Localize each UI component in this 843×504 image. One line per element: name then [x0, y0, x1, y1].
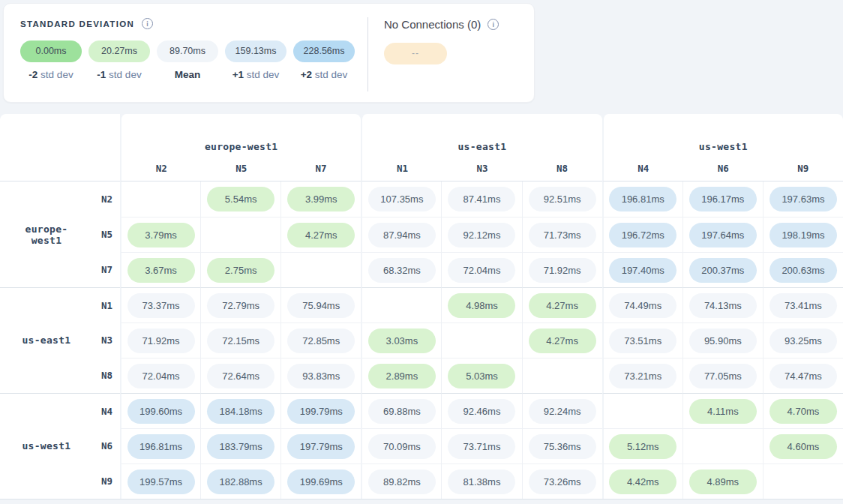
latency-pill[interactable]: 72.15ms	[207, 328, 274, 353]
latency-cell: 74.49ms	[602, 287, 682, 322]
latency-pill[interactable]: 73.41ms	[770, 293, 837, 318]
latency-pill[interactable]: 93.25ms	[770, 328, 837, 353]
latency-pill[interactable]: 4.70ms	[770, 399, 837, 424]
latency-pill[interactable]: 2.89ms	[368, 364, 436, 388]
row-header: N9	[0, 464, 120, 499]
latency-pill[interactable]: 2.75ms	[207, 258, 274, 283]
latency-pill[interactable]: 199.79ms	[287, 399, 355, 424]
latency-pill[interactable]: 4.27ms	[529, 328, 596, 353]
latency-pill[interactable]: 4.89ms	[689, 470, 757, 494]
latency-pill[interactable]: 71.92ms	[128, 328, 195, 353]
latency-cell: 89.82ms	[361, 464, 441, 499]
latency-pill[interactable]: 197.79ms	[287, 434, 355, 459]
latency-pill[interactable]: 87.94ms	[368, 223, 436, 248]
latency-pill[interactable]: 4.27ms	[529, 293, 596, 318]
latency-pill[interactable]: 73.71ms	[448, 434, 515, 459]
latency-cell: 199.60ms	[120, 393, 200, 428]
row-region-label: us-east1	[10, 334, 82, 346]
row-header: N8	[0, 358, 120, 393]
latency-pill[interactable]: 5.54ms	[207, 187, 274, 212]
latency-cell: 3.67ms	[120, 252, 200, 287]
latency-pill[interactable]: 92.51ms	[529, 187, 596, 212]
latency-pill[interactable]: 4.60ms	[770, 434, 837, 459]
latency-cell: 72.04ms	[120, 358, 200, 393]
latency-pill[interactable]: 87.41ms	[448, 187, 515, 212]
latency-cell: 4.42ms	[602, 464, 682, 499]
latency-pill[interactable]: 4.98ms	[448, 293, 515, 318]
latency-pill[interactable]: 4.42ms	[609, 470, 676, 494]
row-header: N1	[0, 287, 120, 322]
latency-pill[interactable]: 72.04ms	[448, 258, 515, 283]
legend-card: STANDARD DEVIATION i 0.00ms20.27ms89.70m…	[3, 3, 535, 103]
latency-pill[interactable]: 69.88ms	[368, 399, 436, 424]
latency-pill[interactable]: 200.37ms	[689, 258, 757, 283]
latency-pill[interactable]: 73.37ms	[128, 293, 195, 318]
std-dev-chips: 0.00ms20.27ms89.70ms159.13ms228.56ms	[20, 40, 355, 62]
row-node-label: N2	[82, 194, 112, 205]
latency-pill[interactable]: 196.72ms	[609, 223, 676, 248]
latency-pill[interactable]: 74.49ms	[609, 293, 676, 318]
latency-pill[interactable]: 75.36ms	[529, 434, 596, 459]
latency-pill[interactable]: 71.73ms	[529, 223, 596, 248]
latency-pill[interactable]: 182.88ms	[207, 470, 274, 494]
latency-pill[interactable]: 196.81ms	[128, 434, 195, 459]
latency-pill[interactable]: 196.17ms	[689, 187, 757, 212]
latency-pill[interactable]: 197.40ms	[609, 258, 676, 283]
column-group-header: europe-west1N2N5N7	[120, 114, 361, 182]
latency-pill[interactable]: 74.47ms	[770, 364, 837, 388]
latency-cell: 92.24ms	[522, 393, 602, 428]
latency-pill[interactable]: 70.09ms	[368, 434, 436, 459]
latency-pill[interactable]: 72.64ms	[207, 364, 274, 388]
latency-pill[interactable]: 3.99ms	[287, 187, 355, 212]
latency-pill[interactable]: 196.81ms	[609, 187, 676, 212]
latency-pill[interactable]: 3.03ms	[368, 328, 436, 353]
latency-cell: 72.85ms	[280, 322, 361, 358]
latency-pill[interactable]: 71.92ms	[529, 258, 596, 283]
latency-cell	[522, 358, 602, 393]
latency-pill[interactable]: 3.79ms	[128, 223, 195, 248]
row-header: N4	[0, 393, 120, 428]
latency-pill[interactable]: 95.90ms	[689, 328, 757, 353]
row-region-label: europe-west1	[10, 224, 82, 246]
column-node-label: N5	[201, 163, 280, 174]
latency-cell: 196.81ms	[602, 182, 682, 217]
latency-pill[interactable]: 77.05ms	[689, 364, 757, 388]
latency-pill[interactable]: 81.38ms	[448, 470, 515, 494]
latency-pill[interactable]: 4.11ms	[689, 399, 757, 424]
no-connections-title: No Connections (0)	[384, 18, 481, 31]
latency-cell: 87.41ms	[441, 182, 521, 217]
info-icon[interactable]: i	[488, 19, 499, 30]
latency-pill[interactable]: 93.83ms	[287, 364, 355, 388]
latency-pill[interactable]: 183.79ms	[207, 434, 274, 459]
latency-pill[interactable]: 92.24ms	[529, 399, 596, 424]
latency-pill[interactable]: 92.12ms	[448, 223, 515, 248]
latency-pill[interactable]: 75.94ms	[287, 293, 355, 318]
legend-divider	[368, 17, 368, 92]
latency-pill[interactable]: 197.63ms	[770, 187, 837, 212]
latency-pill[interactable]: 5.12ms	[609, 434, 676, 459]
latency-pill[interactable]: 199.57ms	[128, 470, 195, 494]
latency-cell: 5.03ms	[441, 358, 521, 393]
latency-pill[interactable]: 72.04ms	[128, 364, 195, 388]
latency-pill[interactable]: 107.35ms	[368, 187, 436, 212]
latency-pill[interactable]: 199.60ms	[128, 399, 195, 424]
latency-pill[interactable]: 92.46ms	[448, 399, 515, 424]
latency-pill[interactable]: 197.64ms	[689, 223, 757, 248]
latency-pill[interactable]: 184.18ms	[207, 399, 274, 424]
latency-pill[interactable]: 72.79ms	[207, 293, 274, 318]
latency-pill[interactable]: 5.03ms	[448, 364, 515, 388]
latency-pill[interactable]: 89.82ms	[368, 470, 436, 494]
latency-pill[interactable]: 68.32ms	[368, 258, 436, 283]
latency-pill[interactable]: 73.21ms	[609, 364, 676, 388]
latency-pill[interactable]: 4.27ms	[287, 223, 355, 248]
latency-pill[interactable]: 199.69ms	[287, 470, 355, 494]
latency-pill[interactable]: 200.63ms	[770, 258, 837, 283]
latency-pill[interactable]: 73.26ms	[529, 470, 596, 494]
latency-pill[interactable]: 72.85ms	[287, 328, 355, 353]
latency-pill[interactable]: 73.51ms	[609, 328, 676, 353]
latency-pill[interactable]: 198.19ms	[770, 223, 837, 248]
row-node-label: N1	[82, 300, 112, 311]
latency-pill[interactable]: 74.13ms	[689, 293, 757, 318]
info-icon[interactable]: i	[142, 18, 153, 29]
latency-pill[interactable]: 3.67ms	[128, 258, 195, 283]
